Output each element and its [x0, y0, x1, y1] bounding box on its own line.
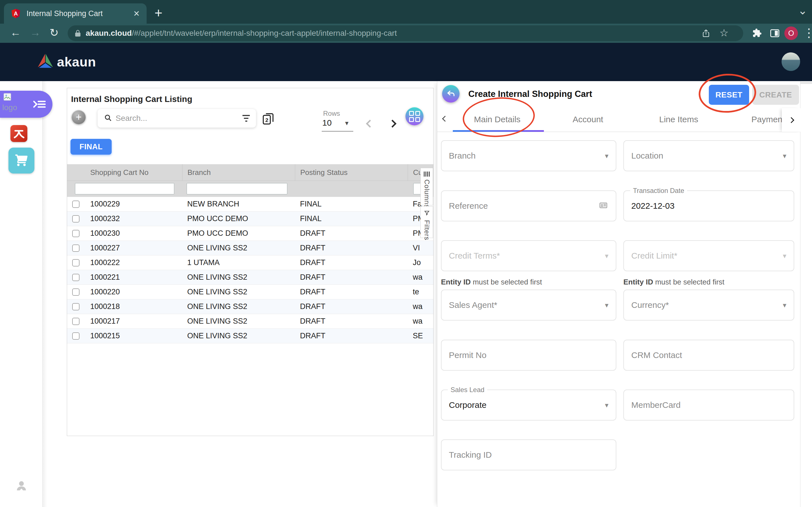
cell-cart-no: 1000229 [85, 200, 182, 209]
tab-account[interactable]: Account [573, 115, 603, 124]
permit-no-field[interactable]: Permit No [441, 340, 616, 371]
share-icon[interactable] [702, 29, 711, 39]
sidebar-item-dai-applet[interactable] [10, 125, 28, 142]
cell-extra: wa [408, 317, 434, 326]
duplicate-pages-icon[interactable]: 2 [262, 111, 274, 127]
new-tab-button[interactable]: + [154, 5, 162, 20]
browser-back-button[interactable]: ← [10, 26, 21, 39]
branch-label: Branch [449, 151, 605, 161]
filters-side-tab[interactable]: Filters [420, 206, 433, 238]
table-row[interactable]: 10002221 UTAMADRAFTJo [67, 256, 434, 270]
col-shopping-cart-no[interactable]: Shopping Cart No [85, 164, 182, 180]
row-checkbox[interactable] [72, 201, 80, 208]
row-checkbox[interactable] [72, 274, 80, 281]
currency-select[interactable]: Currency* ▾ [623, 290, 794, 321]
cell-status: DRAFT [295, 229, 408, 238]
side-panel-icon[interactable] [770, 29, 779, 37]
contact-card-icon[interactable] [598, 201, 608, 211]
next-page-button[interactable] [390, 121, 395, 128]
bookmark-star-icon[interactable]: ☆ [719, 27, 728, 39]
location-label: Location [631, 151, 783, 161]
table-row[interactable]: 1000232PMO UCC DEMOFINALPM [67, 212, 434, 226]
membercard-field[interactable]: MemberCard [623, 390, 794, 420]
tab-payment[interactable]: Paymen [751, 115, 782, 124]
filter-list-icon[interactable] [243, 115, 250, 122]
table-row[interactable]: 1000221ONE LIVING SS2DRAFTwa [67, 270, 434, 285]
credit-terms-label: Credit Terms* [449, 251, 605, 261]
col-posting-status[interactable]: Posting Status [295, 164, 408, 180]
tab-line-items[interactable]: Line Items [659, 115, 698, 124]
branch-select[interactable]: Branch ▾ [441, 140, 616, 171]
create-button[interactable]: CREATE [752, 85, 799, 105]
extensions-puzzle-icon[interactable] [752, 28, 762, 39]
tab-search-chevron-icon[interactable]: ⌄ [798, 4, 808, 17]
location-select[interactable]: Location ▾ [623, 140, 794, 171]
svg-text:2: 2 [265, 117, 268, 123]
table-row[interactable]: 1000220ONE LIVING SS2DRAFTte [67, 285, 434, 299]
row-checkbox[interactable] [72, 230, 80, 237]
filter-input-branch[interactable] [187, 183, 287, 194]
lock-icon [74, 29, 82, 38]
sales-agent-select[interactable]: Sales Agent* ▾ [441, 290, 616, 321]
url-text: akaun.cloud/#/applet/tnt/wavelet/erp/int… [86, 25, 397, 41]
table-row[interactable]: 1000229NEW BRANCHFINALFa [67, 197, 434, 212]
user-avatar[interactable] [781, 52, 800, 71]
filters-label: Filters [423, 220, 431, 240]
sidebar-item-shopping-cart-applet[interactable] [8, 148, 35, 173]
crm-contact-field[interactable]: CRM Contact [623, 340, 794, 371]
credit-terms-select[interactable]: Credit Terms* ▾ [441, 240, 616, 271]
browser-profile-avatar[interactable]: O [784, 26, 798, 40]
columns-side-tab[interactable]: Columns [420, 168, 433, 205]
filter-input-cart-no[interactable] [75, 183, 174, 194]
person-silhouette-icon[interactable] [15, 479, 28, 495]
table-row[interactable]: 1000215ONE LIVING SS2DRAFTSE [67, 329, 434, 343]
tabs-scroll-right[interactable] [782, 108, 801, 132]
tab-title: Internal Shopping Cart [27, 9, 133, 18]
final-filter-button[interactable]: FINAL [70, 139, 112, 155]
previous-page-button[interactable] [367, 121, 373, 128]
panel-scroll-thumb[interactable] [801, 82, 812, 84]
transaction-date-field[interactable]: Transaction Date 2022-12-03 [623, 190, 794, 221]
cell-status: DRAFT [295, 273, 408, 282]
search-input[interactable] [116, 114, 243, 123]
grid-icon [409, 111, 420, 122]
row-checkbox[interactable] [72, 332, 80, 340]
add-cart-button[interactable]: + [71, 110, 86, 124]
table-body: 1000229NEW BRANCHFINALFa 1000232PMO UCC … [67, 197, 434, 343]
table-row[interactable]: 1000227ONE LIVING SS2DRAFTVI [67, 241, 434, 256]
search-box[interactable] [98, 109, 256, 128]
row-checkbox[interactable] [72, 259, 80, 267]
tracking-id-field[interactable]: Tracking ID [441, 439, 616, 470]
row-checkbox[interactable] [72, 288, 80, 296]
row-checkbox[interactable] [72, 215, 80, 223]
listing-card: Internal Shopping Cart Listing + 2 Rows … [67, 88, 434, 436]
browser-menu-dots-icon[interactable]: ⋮ [803, 26, 812, 40]
table-row[interactable]: 1000218ONE LIVING SS2DRAFTwa [67, 299, 434, 314]
browser-forward-button[interactable]: → [30, 26, 41, 39]
row-checkbox[interactable] [72, 318, 80, 325]
browser-reload-button[interactable]: ↻ [50, 26, 59, 39]
rows-per-page-value[interactable]: 10 [322, 118, 332, 128]
table-row[interactable]: 1000217ONE LIVING SS2DRAFTwa [67, 314, 434, 329]
reference-field[interactable]: Reference [441, 190, 616, 221]
browser-tab[interactable]: A Internal Shopping Cart ✕ [4, 3, 147, 24]
expand-menu-icon[interactable] [33, 99, 46, 110]
caret-down-icon: ▾ [783, 301, 786, 309]
row-checkbox[interactable] [72, 244, 80, 252]
cell-status: DRAFT [295, 302, 408, 311]
tab-close-icon[interactable]: ✕ [133, 9, 140, 18]
rows-caret-icon[interactable]: ▾ [345, 119, 349, 127]
sales-lead-select[interactable]: Sales Lead Corporate ▾ [441, 390, 616, 420]
col-branch[interactable]: Branch [182, 164, 295, 180]
url-bar[interactable]: akaun.cloud/#/applet/tnt/wavelet/erp/int… [68, 25, 743, 41]
cell-status: DRAFT [295, 244, 408, 252]
table-row[interactable]: 1000230PMO UCC DEMODRAFTPM [67, 226, 434, 241]
panel-scroll-gutter[interactable] [800, 81, 812, 507]
credit-limit-select[interactable]: Credit Limit* ▾ [623, 240, 794, 271]
sidebar-logo-pill[interactable]: logo [0, 91, 52, 118]
akaun-triangle-logo-icon [37, 53, 54, 70]
tabs-scroll-left[interactable] [443, 117, 447, 122]
row-checkbox[interactable] [72, 303, 80, 311]
grid-view-button[interactable] [405, 107, 423, 125]
back-button[interactable] [442, 85, 460, 103]
